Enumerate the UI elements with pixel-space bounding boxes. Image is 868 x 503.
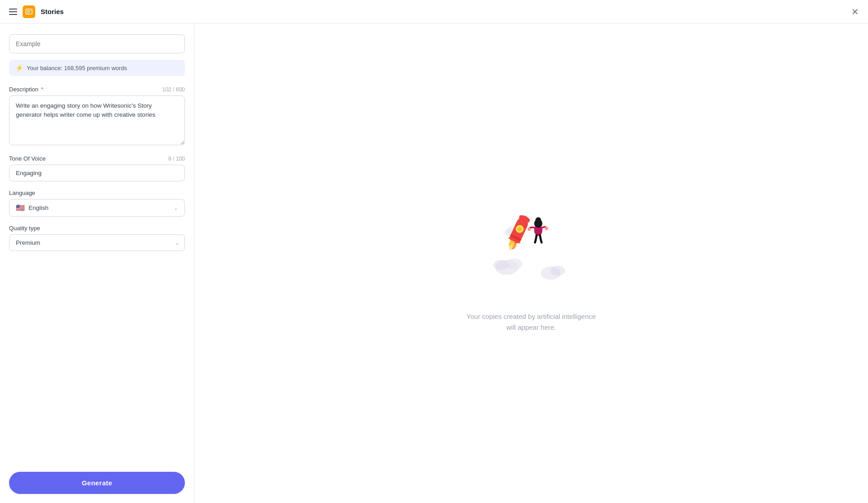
svg-rect-0 (26, 9, 32, 14)
bolt-icon: ⚡ (15, 64, 23, 71)
ai-placeholder-text: Your copies created by artificial intell… (467, 311, 596, 333)
close-button[interactable]: ✕ (851, 7, 859, 16)
svg-point-21 (528, 228, 531, 231)
quality-dropdown[interactable]: Premium Good Economy (9, 234, 185, 251)
svg-point-20 (535, 217, 541, 223)
main-content: ⚡ Your balance: 168,595 premium words De… (0, 24, 868, 503)
language-chevron-icon: ⌄ (174, 205, 178, 211)
quality-label: Quality type (9, 225, 40, 232)
balance-text: Your balance: 168,595 premium words (27, 65, 127, 71)
quality-dropdown-wrapper: Premium Good Economy ⌄ (9, 234, 185, 251)
tone-input[interactable] (9, 165, 185, 181)
description-textarea[interactable]: Write an engaging story on how Writesoni… (9, 95, 185, 145)
header: Stories ✕ (0, 0, 868, 24)
description-field-group: Description * 102 / 600 Write an engagin… (9, 86, 185, 147)
balance-bar: ⚡ Your balance: 168,595 premium words (9, 60, 185, 76)
description-label: Description * (9, 86, 43, 93)
tone-label: Tone Of Voice (9, 155, 46, 162)
left-panel: ⚡ Your balance: 168,595 premium words De… (0, 24, 194, 503)
required-asterisk: * (39, 86, 43, 93)
app-title: Stories (41, 8, 64, 15)
hamburger-menu-icon[interactable] (9, 9, 17, 15)
header-left: Stories (9, 5, 64, 18)
language-label: Language (9, 190, 35, 196)
app-icon (23, 5, 35, 18)
rocket-illustration (477, 194, 585, 302)
tone-field-group: Tone Of Voice 8 / 100 (9, 155, 185, 181)
right-panel: Your copies created by artificial intell… (194, 24, 868, 503)
us-flag-icon: 🇺🇸 (16, 204, 25, 212)
svg-point-2 (506, 258, 523, 270)
description-count: 102 / 600 (162, 86, 185, 93)
language-dropdown[interactable]: 🇺🇸 English ⌄ (9, 199, 185, 217)
placeholder-line2: will appear here. (467, 322, 596, 333)
quality-field-group: Quality type Premium Good Economy ⌄ (9, 225, 185, 251)
tone-label-row: Tone Of Voice 8 / 100 (9, 155, 185, 162)
quality-label-row: Quality type (9, 225, 185, 232)
generate-btn-wrapper: Generate (9, 472, 185, 494)
tone-count: 8 / 100 (168, 156, 185, 162)
svg-point-5 (550, 266, 565, 276)
language-field-group: Language 🇺🇸 English ⌄ (9, 190, 185, 217)
description-label-row: Description * 102 / 600 (9, 86, 185, 93)
placeholder-line1: Your copies created by artificial intell… (467, 311, 596, 322)
example-input[interactable] (9, 34, 185, 53)
language-value: English (28, 204, 174, 211)
svg-point-3 (494, 260, 509, 270)
generate-button[interactable]: Generate (9, 472, 185, 494)
language-label-row: Language (9, 190, 185, 196)
svg-point-22 (545, 227, 548, 230)
